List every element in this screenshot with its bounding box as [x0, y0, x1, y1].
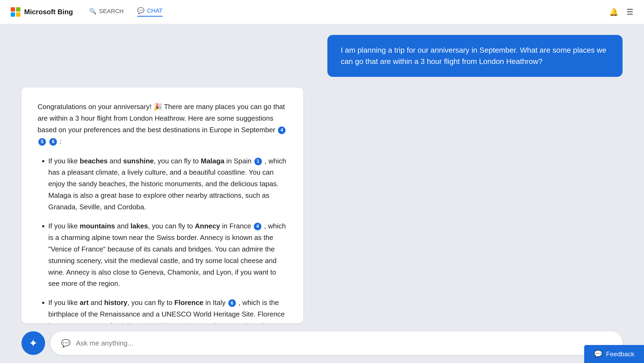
citation-5[interactable]: 5 — [38, 138, 46, 146]
citation-6b[interactable]: 6 — [228, 299, 236, 307]
bing-btn-icon: ✦ — [29, 337, 38, 349]
citation-6[interactable]: 6 — [49, 138, 57, 146]
citation-4b[interactable]: 4 — [254, 223, 261, 230]
list-item-text: If you like mountains and lakes, you can… — [48, 222, 253, 230]
nav-search-label: SEARCH — [99, 8, 124, 15]
citation-4[interactable]: 4 — [278, 127, 286, 134]
search-input-container: 💬 — [50, 331, 623, 355]
user-message-bubble: I am planning a trip for our anniversary… — [327, 35, 623, 77]
user-message-container: I am planning a trip for our anniversary… — [21, 35, 623, 77]
list-item: If you like mountains and lakes, you can… — [48, 220, 287, 289]
ai-suggestions-list: If you like beaches and sunshine, you ca… — [38, 155, 287, 323]
hamburger-menu-icon[interactable]: ☰ — [627, 8, 633, 16]
ai-intro-colon: : — [60, 137, 61, 145]
chat-icon: 💬 — [137, 7, 144, 14]
message-icon: 💬 — [61, 339, 71, 348]
nav-chat-label: CHAT — [147, 7, 163, 14]
nav-search[interactable]: 🔍 SEARCH — [89, 8, 124, 16]
nav-chat[interactable]: 💬 CHAT — [137, 7, 163, 17]
ai-intro-text: Congratulations on your anniversary! 🎉 T… — [38, 103, 285, 134]
feedback-label: Feedback — [606, 350, 634, 358]
list-item-text: If you like art and history, you can fly… — [48, 299, 228, 307]
list-item: If you like art and history, you can fly… — [48, 297, 287, 323]
citation-1[interactable]: 1 — [254, 158, 262, 165]
nav-bar: 🔍 SEARCH 💬 CHAT — [89, 7, 163, 17]
feedback-icon: 💬 — [594, 350, 602, 358]
bing-button[interactable]: ✦ — [21, 331, 45, 355]
ai-response-card: Congratulations on your anniversary! 🎉 T… — [21, 88, 303, 323]
input-area: ✦ 💬 — [21, 331, 623, 355]
search-icon: 🔍 — [89, 8, 96, 15]
ai-response-intro: Congratulations on your anniversary! 🎉 T… — [38, 101, 287, 147]
header-right: 🔔 ☰ — [609, 8, 633, 16]
feedback-button[interactable]: 💬 Feedback — [584, 345, 644, 363]
header: Microsoft Bing 🔍 SEARCH 💬 CHAT 🔔 ☰ — [0, 0, 644, 24]
list-item-desc-2: , which is a charming alpine town near t… — [48, 222, 286, 287]
bing-logo-icon — [11, 7, 20, 17]
list-item: If you like beaches and sunshine, you ca… — [48, 155, 287, 213]
logo-text: Microsoft Bing — [24, 8, 73, 16]
main-content: I am planning a trip for our anniversary… — [0, 24, 644, 363]
logo-area: Microsoft Bing — [11, 7, 73, 17]
notification-bell-icon[interactable]: 🔔 — [609, 8, 619, 16]
list-item-text: If you like beaches and sunshine, you ca… — [48, 157, 254, 165]
chat-input[interactable] — [76, 339, 612, 347]
